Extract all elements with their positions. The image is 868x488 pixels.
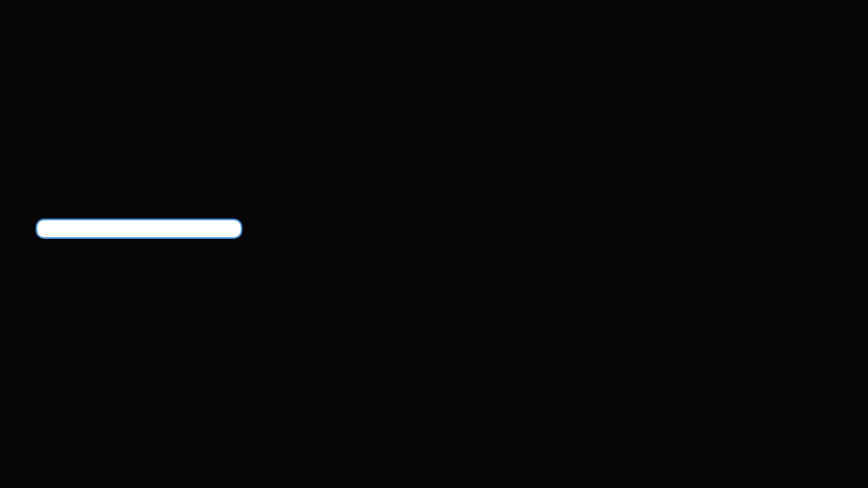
desktop (0, 0, 868, 488)
callout (36, 219, 242, 239)
